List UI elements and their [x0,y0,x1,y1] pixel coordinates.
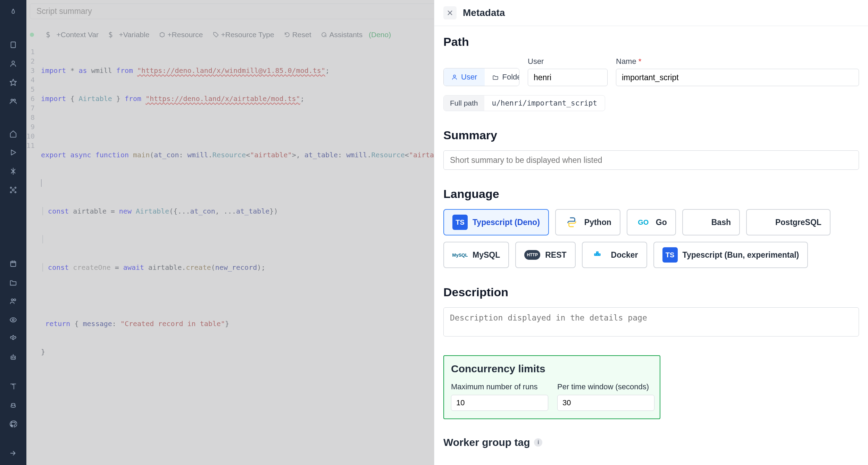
svg-rect-25 [596,252,598,254]
svg-rect-24 [599,254,600,255]
svg-point-3 [11,99,13,101]
svg-point-21 [453,75,456,77]
line-gutter: 123 456 789 1011 [26,44,41,465]
full-path-chip: Full path u/henri/important_script [443,95,605,111]
close-button[interactable] [443,6,457,19]
nav-groups-icon[interactable] [6,94,20,108]
svg-rect-0 [11,42,16,48]
svg-point-17 [12,357,12,358]
docker-icon [591,247,606,263]
tb-assistants[interactable]: Assistants (Deno) [321,31,391,39]
owner-toggle: User Folder [443,68,519,86]
refresh-icon [284,32,290,38]
nav-schedules-icon[interactable] [6,257,20,271]
svg-point-1 [12,61,14,64]
rest-icon: HTTP [524,250,540,260]
svg-point-10 [15,192,16,193]
python-icon [564,215,579,230]
per-window-input[interactable] [557,395,654,411]
metadata-drawer: Metadata Path User Folder User Name * [434,0,868,465]
max-runs-input[interactable] [451,395,548,411]
tag-icon [213,32,219,38]
postgresql-icon [755,215,770,230]
nav-collapse-icon[interactable] [6,446,20,460]
user-icon [451,74,458,80]
svg-point-9 [10,192,12,193]
worker-group-tag-heading: Worker group tag i [443,437,859,448]
svg-point-19 [12,405,12,406]
owner-user-button[interactable]: User [444,68,485,86]
user-input[interactable] [528,69,608,86]
nav-docs-icon[interactable] [6,380,20,393]
summary-input[interactable] [443,150,859,170]
lang-postgresql[interactable]: PostgreSQL [746,209,831,235]
svg-marker-2 [10,79,16,85]
mysql-icon: MySQL [452,247,468,263]
svg-point-20 [14,405,15,406]
svg-point-7 [10,187,12,189]
user-label: User [528,57,608,66]
typescript-bun-icon: TS [662,247,678,263]
svg-point-15 [12,338,14,340]
nav-star-icon[interactable] [6,75,20,89]
nav-users-icon[interactable] [6,57,20,70]
tb-resource-type[interactable]: +Resource Type [213,31,274,39]
nav-variables-icon[interactable] [6,164,20,178]
tb-reset[interactable]: Reset [284,31,311,39]
nav-runs-icon[interactable] [6,146,20,159]
sidebar [0,0,26,465]
nav-robot-icon[interactable] [6,350,20,364]
per-window-label: Per time window (seconds) [557,382,654,391]
nav-folders-icon[interactable] [6,275,20,289]
owner-folder-button[interactable]: Folder [485,68,519,86]
lang-bash[interactable]: Bash [682,209,740,235]
go-icon: GO [636,215,651,230]
svg-point-18 [14,357,15,358]
lang-docker[interactable]: Docker [582,242,647,268]
lang-rest[interactable]: HTTP REST [515,242,575,268]
tb-variable[interactable]: $ +Variable [108,31,149,39]
status-dot [30,33,34,37]
full-path-label: Full path [444,96,484,111]
nav-settings-icon[interactable] [6,332,20,346]
name-field: Name * [616,57,859,86]
concurrency-limits: Concurrency limits Maximum number of run… [443,355,660,419]
svg-point-12 [11,299,14,301]
nav-github-icon[interactable] [6,417,20,431]
nav-audit-icon[interactable] [6,313,20,327]
section-description: Description [443,285,859,299]
cube-icon [159,32,165,38]
logo-icon[interactable] [6,5,20,19]
description-input[interactable] [443,307,859,337]
nav-resources-icon[interactable] [6,183,20,197]
typescript-icon: TS [452,215,468,230]
name-label: Name * [616,57,859,66]
nav-discord-icon[interactable] [6,398,20,412]
svg-point-4 [14,99,15,101]
nav-workers-icon[interactable] [6,294,20,308]
lang-typescript-deno[interactable]: TS Typescript (Deno) [443,209,549,235]
svg-point-14 [12,319,14,321]
svg-rect-23 [596,254,598,255]
svg-point-13 [14,299,16,301]
lang-typescript-bun[interactable]: TS Typescript (Bun, experimental) [653,242,808,268]
info-icon[interactable]: i [534,438,542,447]
tb-context-var[interactable]: $ +Context Var [46,31,99,39]
svg-rect-22 [594,254,596,255]
script-summary-input[interactable] [30,3,454,19]
cursor [41,179,42,187]
code-area[interactable]: import * as wmill from "https://deno.lan… [41,44,446,465]
user-field: User [528,57,608,86]
folder-icon [492,74,499,80]
lang-python[interactable]: Python [555,209,620,235]
lang-go[interactable]: GO Go [627,209,676,235]
nav-home-icon[interactable] [6,127,20,141]
code-editor[interactable]: 123 456 789 1011 import * as wmill from … [26,44,434,465]
tb-resource[interactable]: +Resource [159,31,203,39]
svg-marker-5 [11,150,16,155]
name-input[interactable] [616,69,859,86]
svg-point-8 [15,187,16,189]
nav-workspace-icon[interactable] [6,38,20,52]
lang-mysql[interactable]: MySQL MySQL [443,242,509,268]
full-path-value: u/henri/important_script [484,96,605,111]
